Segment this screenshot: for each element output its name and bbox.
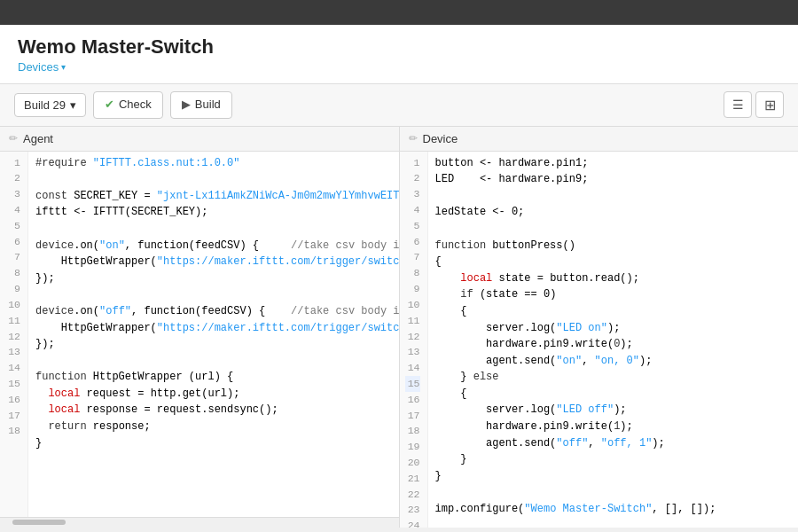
- toolbar-left: Build 29 ▾ ✔ Check ▶ Build: [14, 91, 232, 118]
- device-line-numbers: 12345 678910 1112131415 1617181920 21222…: [400, 152, 428, 528]
- pencil-icon-device: ✏: [409, 132, 418, 145]
- top-bar: [0, 0, 798, 25]
- device-panel: ✏ Device 12345 678910 1112131415 1617181…: [400, 127, 799, 528]
- grid-layout-button[interactable]: ⊞: [755, 91, 784, 118]
- play-icon: ▶: [182, 97, 191, 113]
- agent-panel-title: Agent: [23, 132, 53, 145]
- agent-code-area[interactable]: 12345 678910 1112131415 161718 #require …: [0, 152, 399, 517]
- pencil-icon: ✏: [9, 132, 18, 145]
- app-title: Wemo Master-Switch: [18, 35, 780, 59]
- grid-layout-icon: ⊞: [764, 97, 776, 113]
- device-panel-header: ✏ Device: [400, 127, 799, 152]
- device-code-area[interactable]: 12345 678910 1112131415 1617181920 21222…: [400, 152, 799, 528]
- devices-label: Devices: [18, 60, 59, 74]
- agent-code-content: #require "IFTTT.class.nut:1.0.0" const S…: [28, 152, 399, 517]
- build-chevron-icon: ▾: [70, 98, 76, 112]
- check-button[interactable]: ✔ Check: [93, 91, 163, 118]
- build-selector-button[interactable]: Build 29 ▾: [14, 93, 86, 117]
- chevron-down-icon: ▾: [61, 62, 66, 72]
- agent-panel-header: ✏ Agent: [0, 127, 399, 152]
- build-button[interactable]: ▶ Build: [170, 91, 232, 118]
- agent-panel: ✏ Agent 12345 678910 1112131415 161718 #…: [0, 127, 400, 528]
- agent-scroll-thumb[interactable]: [12, 520, 66, 525]
- toolbar: Build 29 ▾ ✔ Check ▶ Build ☰ ⊞: [0, 84, 798, 126]
- panels-container: ✏ Agent 12345 678910 1112131415 161718 #…: [0, 127, 798, 528]
- list-layout-button[interactable]: ☰: [724, 91, 752, 118]
- devices-link[interactable]: Devices ▾: [18, 60, 66, 74]
- device-panel-title: Device: [423, 132, 458, 145]
- check-icon: ✔: [105, 97, 114, 113]
- build-label: Build 29: [24, 98, 66, 112]
- agent-line-numbers: 12345 678910 1112131415 161718: [0, 152, 28, 517]
- device-code-content: button <- hardware.pin1; LED <- hardware…: [428, 152, 799, 528]
- agent-scrollbar[interactable]: [0, 517, 399, 528]
- header: Wemo Master-Switch Devices ▾: [0, 25, 798, 84]
- toolbar-right: ☰ ⊞: [724, 91, 784, 118]
- list-layout-icon: ☰: [732, 98, 744, 112]
